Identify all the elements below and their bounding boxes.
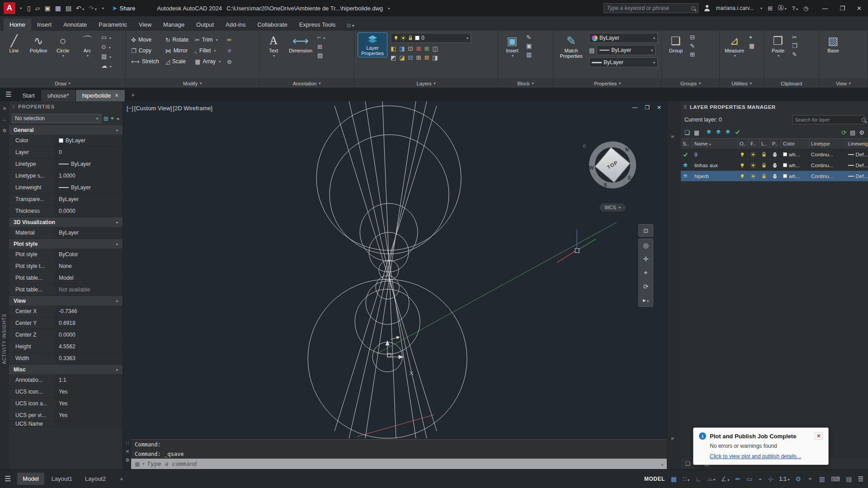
property-row-annotation-scale[interactable]: Annotatio... 1:1	[9, 374, 123, 386]
layer-lock-icon[interactable]	[760, 152, 770, 157]
search-icon[interactable]	[691, 6, 695, 10]
ribbon-tab-parametric[interactable]: Parametric	[93, 19, 133, 31]
viewport-restore-icon[interactable]: ❐	[645, 104, 650, 111]
property-row-center-y[interactable]: Center Y 0.6918	[9, 317, 123, 329]
clipboard-panel-label[interactable]: Clipboard	[764, 79, 819, 88]
text-button[interactable]: A Text ▾	[263, 33, 284, 59]
toast-close-icon[interactable]: ✕	[815, 432, 823, 440]
property-row-transparency[interactable]: Transpare... ByLayer	[9, 193, 123, 205]
fillet-button[interactable]: ◟Fillet▾	[193, 47, 222, 54]
wcs-dropdown[interactable]: WCS▾	[599, 203, 626, 211]
insert-block-button[interactable]: ▣ Insert ▾	[502, 33, 523, 59]
selection-cycling-icon[interactable]: ▭	[746, 475, 752, 483]
toggle-pickadd-icon[interactable]: ⊞	[104, 115, 108, 122]
isolate-objects-icon[interactable]: ▥	[819, 475, 825, 483]
orbit-icon[interactable]: ⟳	[643, 283, 649, 290]
palette-settings-gear-icon[interactable]: ⚙	[2, 128, 7, 134]
command-close-icon[interactable]: ✕	[125, 449, 129, 455]
snap-toggle-icon[interactable]: ∷▾	[683, 475, 689, 483]
ortho-toggle-icon[interactable]: ∟	[695, 475, 702, 483]
layer-search-icon[interactable]	[862, 118, 866, 122]
copy-button[interactable]: ❐Copy	[129, 47, 161, 54]
viewcube-east[interactable]: E	[628, 175, 631, 180]
layer-plot-icon[interactable]	[770, 152, 781, 157]
polyline-button[interactable]: ∿ Polyline	[28, 33, 49, 54]
open-file-icon[interactable]: ▱	[35, 5, 40, 12]
layout1-tab[interactable]: Layout1	[46, 473, 78, 485]
qat-customize-chevron-icon[interactable]: ▾	[102, 6, 104, 10]
collapse-panel-bottom-icon[interactable]: »	[671, 435, 674, 441]
close-window-icon[interactable]: ✕	[857, 5, 862, 12]
group-button[interactable]: ❏ Group	[665, 33, 686, 54]
command-recent-chevron-icon[interactable]: ▾	[142, 462, 144, 466]
layer-linetype-cell[interactable]: Continu...	[809, 163, 846, 168]
new-layout-icon[interactable]: ＋	[113, 472, 130, 486]
stretch-button[interactable]: ⟷Stretch	[129, 58, 161, 65]
property-row-thickness[interactable]: Thickness 0.0000	[9, 205, 123, 217]
section-misc[interactable]: Misc▴	[9, 364, 123, 374]
property-row-plot-table-type[interactable]: Plot table... Not available	[9, 284, 123, 296]
layer-plot-icon[interactable]	[770, 174, 781, 179]
layer-match-tool-icon[interactable]: ◫	[432, 45, 438, 52]
column-on[interactable]: O..	[738, 139, 749, 149]
activity-insights-tab[interactable]: ACTIVITY INSIGHTS	[2, 314, 7, 364]
annotation-visibility-icon[interactable]: ＋	[807, 475, 813, 483]
layer-thaw-all-tool-icon[interactable]: ⊟	[408, 54, 413, 61]
layer-manager-grip-icon[interactable]: ⠿	[684, 105, 687, 110]
new-drawing-tab-icon[interactable]: ＋	[125, 89, 140, 101]
arc-dropdown-icon[interactable]: ▾	[87, 54, 89, 58]
layers-panel-label[interactable]: Layers▾	[354, 79, 498, 88]
group-edit-tool-icon[interactable]: ✎	[690, 42, 695, 49]
layer-unlock-tool-icon[interactable]: ⊠	[424, 54, 429, 61]
layer-color-cell[interactable]: wh...	[781, 174, 809, 179]
ribbon-tab-annotate[interactable]: Annotate	[57, 19, 93, 31]
layer-off-tool-icon[interactable]: ◧	[391, 45, 396, 52]
column-status[interactable]: S..	[681, 139, 693, 149]
undo-icon[interactable]: ↶▾	[76, 5, 84, 12]
column-color[interactable]: Color	[781, 139, 809, 149]
delete-layer-icon[interactable]	[725, 129, 731, 136]
linetype-dropdown[interactable]: ByLayer ▾	[597, 45, 656, 55]
layer-name[interactable]: hiperb	[693, 174, 738, 179]
scale-button[interactable]: ◿Scale	[164, 58, 190, 65]
layer-row-linhas-aux[interactable]: linhas aux wh... Continu... Def...	[681, 160, 868, 171]
viewcube-south[interactable]: S	[604, 182, 607, 188]
layer-delete-tool-icon[interactable]: ⊠	[416, 45, 421, 52]
cut-tool-icon[interactable]: ✂	[792, 34, 797, 41]
property-row-ucs-icon-on[interactable]: UCS icon... Yes	[9, 386, 123, 398]
fullscreen-nav-icon[interactable]: ⊡	[638, 224, 653, 237]
model-tab[interactable]: Model	[17, 473, 44, 485]
move-button[interactable]: ✜Move	[129, 37, 161, 43]
help-icon[interactable]: ?▾	[792, 5, 798, 12]
layer-color-cell[interactable]: wh...	[781, 152, 809, 157]
selection-type-dropdown[interactable]: No selection ▾	[12, 114, 101, 123]
layer-unisolate-tool-icon[interactable]: ◩	[391, 54, 396, 61]
set-current-layer-icon[interactable]	[735, 129, 740, 136]
paste-button[interactable]: ❒ Paste ▾	[768, 33, 788, 59]
table-tool-icon[interactable]: ⊞	[317, 43, 325, 50]
command-scroll-up-icon[interactable]: ▴	[661, 462, 663, 466]
property-row-ucs-name[interactable]: UCS Name	[9, 421, 123, 427]
minimize-window-icon[interactable]: —	[822, 5, 828, 12]
viewcube-west[interactable]: W	[589, 165, 594, 170]
text-dropdown-icon[interactable]: ▾	[273, 54, 275, 58]
help-search-input[interactable]	[607, 5, 689, 11]
base-view-button[interactable]: ▧ Base	[823, 33, 844, 54]
pan-icon[interactable]: ✛	[643, 255, 649, 263]
layer-lineweight-cell[interactable]: Def...	[846, 174, 868, 179]
layer-freeze-tool-icon[interactable]: ⊡	[408, 45, 413, 52]
erase-button[interactable]: ✏	[225, 37, 235, 43]
quick-select-icon[interactable]: ⌁	[116, 115, 120, 122]
invert-filter-icon[interactable]: ❏	[685, 460, 690, 467]
ribbon-tab-manage[interactable]: Manage	[157, 19, 190, 31]
donut-tool-icon[interactable]: ⊙ ▾	[101, 43, 112, 51]
block-edit-tool-icon[interactable]: ✎	[526, 34, 532, 41]
property-row-plot-style[interactable]: Plot style ByColor	[9, 249, 123, 260]
lineweight-dropdown[interactable]: ByLayer ▾	[589, 57, 658, 67]
share-button[interactable]: ➤ Share	[112, 5, 135, 12]
column-lock[interactable]: L..	[760, 139, 770, 149]
notifications-bell-icon[interactable]: ◷	[803, 5, 808, 12]
viewport-view-control[interactable]: [Custom View]	[134, 105, 172, 112]
app-logo[interactable]: A	[4, 2, 15, 14]
status-menu-icon[interactable]: ☰	[5, 474, 11, 483]
